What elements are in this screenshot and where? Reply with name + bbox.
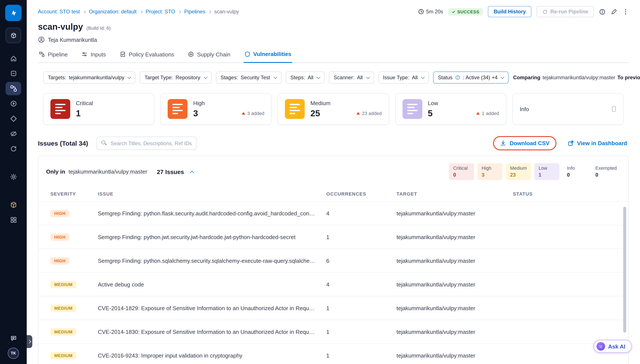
card-high: High 3 3 added bbox=[160, 93, 272, 125]
author-row: Teja Kummarikuntla bbox=[38, 36, 629, 43]
card-medium: Medium 25 23 added bbox=[278, 93, 389, 125]
feedback-button[interactable] bbox=[10, 335, 17, 342]
issues-list-card: Only in tejakummarikuntla/vulpy:master 2… bbox=[38, 156, 629, 364]
severity-summary-chips: Critical0 High3 Medium23 Low1 Info0 bbox=[449, 163, 620, 180]
sidebar-item-baselines[interactable] bbox=[6, 142, 21, 156]
kebab-icon bbox=[622, 8, 629, 15]
chevron-down-icon bbox=[204, 75, 207, 79]
card-info: Info 0 bbox=[512, 93, 624, 125]
top-actions: 5m 20s SUCCESS Build History Re-run Pipe… bbox=[418, 6, 629, 17]
build-duration: 5m 20s bbox=[418, 8, 443, 15]
sidebar-item-executions[interactable] bbox=[6, 97, 21, 110]
security-tests-icon bbox=[10, 115, 17, 122]
table-row[interactable]: MEDIUM CVE-2016-9243: Improper input val… bbox=[38, 343, 628, 364]
sidebar-item-connectors[interactable] bbox=[6, 213, 21, 226]
filter-scanner[interactable]: Scanner:All bbox=[329, 72, 374, 84]
sidebar-item-pipelines[interactable] bbox=[6, 82, 21, 95]
filter-steps[interactable]: Steps:All bbox=[286, 72, 325, 84]
table-scrollbar[interactable] bbox=[623, 207, 626, 332]
package-icon bbox=[10, 201, 17, 208]
table-row[interactable]: MEDIUM CVE-2014-1829: Exposure of Sensit… bbox=[38, 296, 628, 320]
ai-assistant-icon bbox=[596, 342, 605, 351]
home-icon bbox=[10, 55, 17, 62]
sidebar-item-security-tests[interactable] bbox=[6, 112, 21, 125]
chevron-right-icon bbox=[27, 340, 31, 344]
table-row[interactable]: HIGH Semgrep Finding: python.flask.secur… bbox=[38, 201, 628, 225]
breadcrumb-current: scan-vulpy bbox=[214, 8, 239, 15]
high-report-icon bbox=[168, 99, 188, 119]
breadcrumb-separator bbox=[83, 10, 86, 13]
more-options-button[interactable] bbox=[622, 8, 629, 15]
module-switcher[interactable] bbox=[6, 28, 21, 43]
tab-policy-evaluations[interactable]: Policy Evaluations bbox=[119, 48, 175, 62]
tab-vulnerabilities[interactable]: Vulnerabilities bbox=[243, 48, 292, 63]
table-row[interactable]: MEDIUM Active debug code 4 tejakummariku… bbox=[38, 272, 628, 296]
breadcrumb-organization[interactable]: Organization: default bbox=[89, 8, 137, 15]
target: tejakummarikuntla/vulpy:master bbox=[396, 258, 513, 264]
user-avatar[interactable]: TK bbox=[8, 348, 19, 359]
issue-title: CVE-2014-1830: Exposure of Sensitive Inf… bbox=[98, 328, 326, 335]
issue-title: Semgrep Finding: python.jwt.security.jwt… bbox=[98, 234, 326, 240]
filter-targets[interactable]: Targets:tejakummarikuntla/vulpy bbox=[43, 72, 136, 84]
sidebar-item-artifacts[interactable] bbox=[6, 198, 21, 212]
filter-target-type[interactable]: Target Type:Repository bbox=[140, 72, 211, 84]
view-in-dashboard-button[interactable]: View in Dashboard bbox=[567, 140, 627, 146]
severity-badge: HIGH bbox=[51, 257, 69, 264]
filter-issue-type[interactable]: Issue Type:All bbox=[378, 72, 429, 84]
severity-badge: MEDIUM bbox=[51, 304, 77, 312]
table-row[interactable]: HIGH Semgrep Finding: python.sqlalchemy.… bbox=[38, 248, 628, 272]
filter-status[interactable]: Status : Active (34) +4 bbox=[433, 72, 509, 84]
download-csv-button[interactable]: Download CSV bbox=[500, 140, 549, 146]
severity-badge: MEDIUM bbox=[51, 328, 77, 335]
check-icon bbox=[452, 10, 455, 14]
info-button[interactable] bbox=[599, 8, 605, 15]
table-row[interactable]: HIGH Semgrep Finding: python.jwt.securit… bbox=[38, 225, 628, 248]
sidebar-item-home[interactable] bbox=[6, 52, 21, 65]
rotate-icon bbox=[10, 145, 17, 152]
sidebar-item-targets[interactable] bbox=[6, 67, 21, 80]
rerun-pipeline-button[interactable]: Re-run Pipeline bbox=[536, 6, 594, 17]
harness-logo-icon bbox=[9, 8, 18, 18]
edit-pipeline-button[interactable] bbox=[611, 8, 617, 15]
clock-icon bbox=[418, 8, 424, 15]
info-count: 0 bbox=[611, 104, 616, 114]
targets-icon bbox=[10, 70, 17, 77]
download-icon bbox=[500, 140, 507, 146]
target: tejakummarikuntla/vulpy:master bbox=[396, 281, 513, 288]
main-content: Account: STO test Organization: default … bbox=[27, 0, 640, 364]
table-row[interactable]: MEDIUM CVE-2014-1830: Exposure of Sensit… bbox=[38, 320, 628, 343]
clipboard-check-icon bbox=[120, 51, 126, 57]
tab-inputs[interactable]: Inputs bbox=[81, 48, 107, 62]
added-indicator: 3 added bbox=[242, 111, 264, 116]
grid-icon bbox=[10, 216, 17, 224]
card-critical: Critical 1 bbox=[43, 93, 154, 125]
issue-title: CVE-2016-9243: Improper input validation… bbox=[98, 352, 326, 358]
breadcrumb-account[interactable]: Account: STO test bbox=[38, 8, 80, 15]
shield-icon bbox=[244, 51, 250, 57]
search-icon bbox=[102, 140, 105, 144]
search-input[interactable] bbox=[97, 136, 197, 150]
harness-logo[interactable] bbox=[5, 5, 22, 21]
sidebar-item-settings[interactable] bbox=[6, 170, 21, 184]
filter-stages[interactable]: Stages:Security Test bbox=[216, 72, 281, 84]
build-history-button[interactable]: Build History bbox=[488, 6, 531, 17]
issue-title: Semgrep Finding: python.sqlalchemy.secur… bbox=[98, 258, 326, 264]
triangle-up-icon bbox=[476, 112, 480, 114]
breadcrumb-project[interactable]: Project: STO bbox=[146, 8, 175, 15]
sidebar-expand-handle[interactable] bbox=[27, 335, 32, 348]
page-title: scan-vulpy bbox=[38, 22, 83, 32]
severity-badge: HIGH bbox=[51, 210, 69, 217]
sidebar-item-exemptions[interactable] bbox=[6, 127, 21, 140]
breadcrumb-separator bbox=[178, 10, 181, 13]
breadcrumb-pipelines[interactable]: Pipelines bbox=[184, 8, 205, 15]
person-icon bbox=[38, 36, 45, 43]
tab-pipeline[interactable]: Pipeline bbox=[38, 48, 69, 62]
ask-ai-button[interactable]: Ask AI bbox=[593, 340, 632, 353]
collapse-chevron-icon[interactable] bbox=[190, 170, 194, 175]
chip-exempted: Exempted0 bbox=[591, 163, 620, 180]
target: tejakummarikuntla/vulpy:master bbox=[396, 210, 513, 216]
occurrences: 6 bbox=[326, 258, 396, 264]
occurrences: 1 bbox=[326, 328, 396, 335]
executions-icon bbox=[10, 100, 17, 107]
tab-supply-chain[interactable]: Supply Chain bbox=[187, 48, 231, 62]
